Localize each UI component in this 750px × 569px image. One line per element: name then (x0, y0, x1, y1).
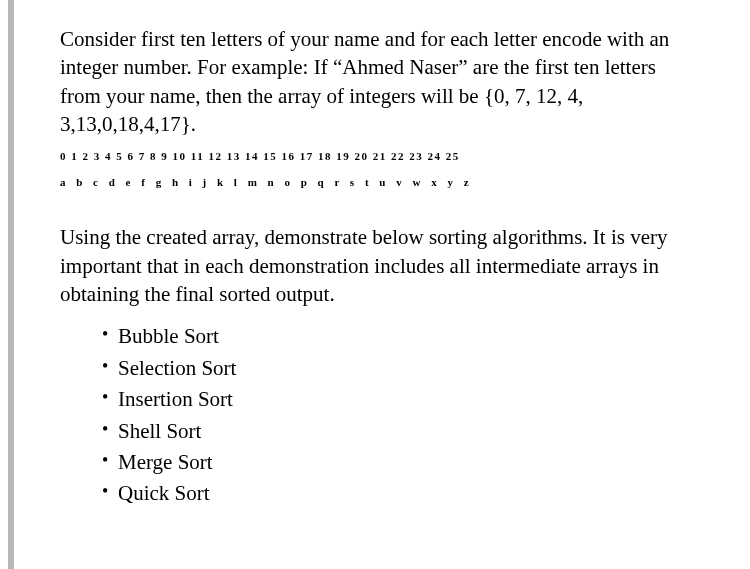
algorithm-list: Bubble Sort Selection Sort Insertion Sor… (60, 322, 700, 508)
list-item: Insertion Sort (102, 385, 700, 414)
left-vertical-border (8, 0, 14, 569)
list-item: Shell Sort (102, 417, 700, 446)
list-item: Merge Sort (102, 448, 700, 477)
letter-mapping-row: a b c d e f g h i j k l m n o p q r s t … (60, 176, 700, 188)
list-item: Selection Sort (102, 354, 700, 383)
list-item: Bubble Sort (102, 322, 700, 351)
intro-paragraph: Consider first ten letters of your name … (60, 25, 700, 138)
list-item: Quick Sort (102, 479, 700, 508)
number-mapping-row: 0 1 2 3 4 5 6 7 8 9 10 11 12 13 14 15 16… (60, 150, 700, 162)
task-paragraph: Using the created array, demonstrate bel… (60, 223, 700, 308)
